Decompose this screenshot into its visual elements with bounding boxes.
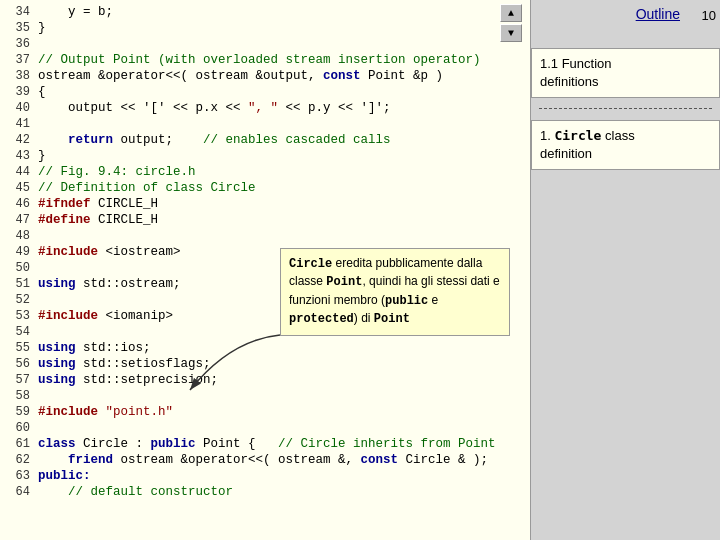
line-number: 62	[0, 452, 38, 468]
tooltip-circle-keyword: Circle	[289, 257, 332, 271]
code-line: 35}	[0, 20, 530, 36]
code-line: 41	[0, 116, 530, 132]
tooltip-text4: ) di	[354, 311, 374, 325]
code-line: 34 y = b;	[0, 4, 530, 20]
line-content: // Output Point (with overloaded stream …	[38, 52, 530, 68]
outline-section-1[interactable]: 1.1 Functiondefinitions	[531, 48, 720, 98]
tooltip-point-keyword: Point	[326, 275, 362, 289]
line-number: 38	[0, 68, 38, 84]
line-content: #define CIRCLE_H	[38, 212, 530, 228]
line-number: 48	[0, 228, 38, 244]
code-line: 46#ifndef CIRCLE_H	[0, 196, 530, 212]
code-line: 61class Circle : public Point { // Circl…	[0, 436, 530, 452]
code-line: 47#define CIRCLE_H	[0, 212, 530, 228]
code-line: 62 friend ostream &operator<<( ostream &…	[0, 452, 530, 468]
line-number: 45	[0, 180, 38, 196]
code-line: 44// Fig. 9.4: circle.h	[0, 164, 530, 180]
code-line: 36	[0, 36, 530, 52]
outline-section-2[interactable]: 1. Circle classdefinition	[531, 120, 720, 170]
code-line: 40 output << '[' << p.x << ", " << p.y <…	[0, 100, 530, 116]
code-line: 45// Definition of class Circle	[0, 180, 530, 196]
line-number: 44	[0, 164, 38, 180]
line-content	[38, 36, 530, 52]
page-number: 10	[702, 8, 716, 23]
line-content: #include "point.h"	[38, 404, 530, 420]
line-number: 41	[0, 116, 38, 132]
code-line: 64 // default constructor	[0, 484, 530, 500]
line-number: 39	[0, 84, 38, 100]
tooltip-text3: e	[428, 293, 438, 307]
line-content: }	[38, 148, 530, 164]
line-number: 35	[0, 20, 38, 36]
line-number: 55	[0, 340, 38, 356]
tooltip-arrow	[170, 330, 290, 400]
line-number: 60	[0, 420, 38, 436]
line-number: 61	[0, 436, 38, 452]
line-number: 46	[0, 196, 38, 212]
line-number: 42	[0, 132, 38, 148]
line-number: 40	[0, 100, 38, 116]
line-content	[38, 420, 530, 436]
line-content: }	[38, 20, 530, 36]
code-line: 60	[0, 420, 530, 436]
line-content: ostream &operator<<( ostream &output, co…	[38, 68, 530, 84]
nav-down-button[interactable]: ▼	[500, 24, 522, 42]
tooltip-public-keyword: public	[385, 294, 428, 308]
line-number: 43	[0, 148, 38, 164]
line-number: 63	[0, 468, 38, 484]
line-content	[38, 228, 530, 244]
line-content: {	[38, 84, 530, 100]
line-number: 37	[0, 52, 38, 68]
line-number: 57	[0, 372, 38, 388]
nav-up-button[interactable]: ▲	[500, 4, 522, 22]
line-number: 47	[0, 212, 38, 228]
line-content: friend ostream &operator<<( ostream &, c…	[38, 452, 530, 468]
code-line: 37// Output Point (with overloaded strea…	[0, 52, 530, 68]
line-content: return output; // enables cascaded calls	[38, 132, 530, 148]
line-number: 34	[0, 4, 38, 20]
line-number: 54	[0, 324, 38, 340]
right-panel: 1.1 Functiondefinitions 1. Circle classd…	[530, 0, 720, 540]
line-content: #ifndef CIRCLE_H	[38, 196, 530, 212]
line-content: class Circle : public Point { // Circle …	[38, 436, 530, 452]
line-content	[38, 116, 530, 132]
line-content: y = b;	[38, 4, 530, 20]
tooltip-point-keyword2: Point	[374, 312, 410, 326]
outline-title: Outline	[636, 6, 680, 22]
nav-arrows: ▲ ▼	[500, 4, 522, 42]
line-number: 49	[0, 244, 38, 260]
line-content: // Fig. 9.4: circle.h	[38, 164, 530, 180]
tooltip-protected-keyword: protected	[289, 312, 354, 326]
code-line: 39{	[0, 84, 530, 100]
code-line: 63public:	[0, 468, 530, 484]
line-content: output << '[' << p.x << ", " << p.y << '…	[38, 100, 530, 116]
line-content: public:	[38, 468, 530, 484]
line-number: 59	[0, 404, 38, 420]
code-line: 42 return output; // enables cascaded ca…	[0, 132, 530, 148]
code-line: 38ostream &operator<<( ostream &output, …	[0, 68, 530, 84]
line-content: // Definition of class Circle	[38, 180, 530, 196]
line-number: 36	[0, 36, 38, 52]
line-number: 53	[0, 308, 38, 324]
line-number: 52	[0, 292, 38, 308]
outline-separator	[539, 108, 712, 109]
code-line: 48	[0, 228, 530, 244]
line-number: 64	[0, 484, 38, 500]
outline-sec1-text: 1.1 Functiondefinitions	[540, 56, 612, 89]
line-number: 51	[0, 276, 38, 292]
line-number: 56	[0, 356, 38, 372]
code-line: 59#include "point.h"	[0, 404, 530, 420]
line-number: 50	[0, 260, 38, 276]
outline-sec2-text: 1. Circle classdefinition	[540, 128, 635, 161]
tooltip-box: Circle eredita pubblicamente dalla class…	[280, 248, 510, 336]
line-number: 58	[0, 388, 38, 404]
line-content: // default constructor	[38, 484, 530, 500]
code-line: 43}	[0, 148, 530, 164]
